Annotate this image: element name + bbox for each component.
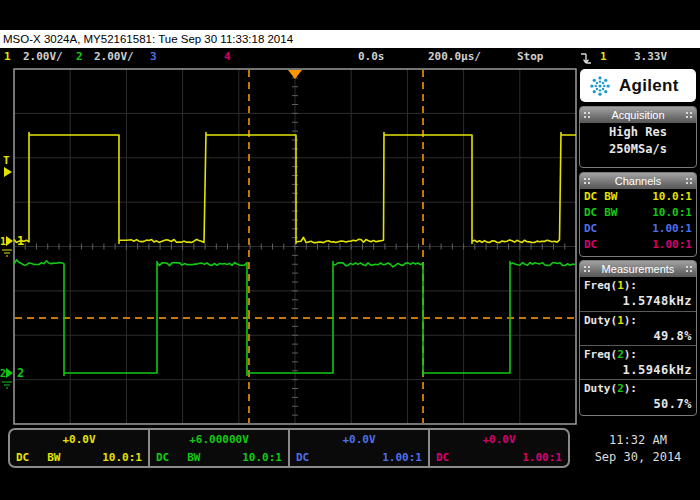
toolbar-ch2-number[interactable]: 2 [76, 50, 83, 63]
ch1-coupling: DC [16, 450, 29, 466]
measurement-row[interactable]: Duty(2): 50.7% [580, 379, 696, 413]
acquisition-panel: Acquisition High Res 250MSa/s [579, 106, 697, 168]
grip-icon [685, 177, 693, 186]
channel-row-3[interactable]: DC 1.00:1 [580, 221, 696, 237]
titlebar: MSO-X 3024A, MY52161581: Tue Sep 30 11:3… [0, 30, 700, 48]
grip-icon [583, 111, 591, 120]
grip-icon [685, 265, 693, 274]
grip-icon [583, 265, 591, 274]
ch3-coupling: DC [296, 450, 309, 466]
channel-1-ground-marker[interactable]: 1 [0, 236, 13, 256]
graticule [14, 69, 576, 424]
agilent-starburst-icon [585, 73, 615, 99]
measurements-title: Measurements [602, 263, 675, 275]
measurement-value: 1.5946kHz [584, 362, 692, 378]
ch2-probe-ratio: 10.0:1 [242, 450, 282, 466]
measurement-label: Freq(2): [584, 347, 692, 362]
ch4-coupling: DC [584, 237, 597, 253]
ch1-probe: 10.0:1 [652, 189, 692, 205]
ch2-offset: +6.00000V [150, 432, 288, 448]
measurements-panel-header[interactable]: Measurements [580, 261, 696, 277]
toolbar-trigger-source[interactable]: 1 [600, 50, 607, 63]
ch3-probe-ratio: 1.00:1 [382, 450, 422, 466]
channel-status-bar: +0.0V DC BW 10.0:1 +6.00000V DC BW 10.0:… [8, 428, 570, 468]
ch3-offset: +0.0V [290, 432, 428, 448]
measurement-value: 1.5748kHz [584, 293, 692, 309]
ch1-bw-limit: BW [47, 450, 60, 466]
channel-1-status-box[interactable]: +0.0V DC BW 10.0:1 [10, 430, 148, 466]
measurement-label: Duty(2): [584, 381, 692, 396]
oscilloscope-screen: MSO-X 3024A, MY52161581: Tue Sep 30 11:3… [0, 0, 700, 500]
ch3-probe: 1.00:1 [652, 221, 692, 237]
channels-panel-header[interactable]: Channels [580, 173, 696, 189]
channels-title: Channels [615, 175, 661, 187]
acquisition-mode: High Res [580, 125, 696, 140]
grip-icon [583, 177, 591, 186]
clock: 11:32 AM Sep 30, 2014 [576, 432, 700, 466]
measurement-label: Duty(1): [584, 313, 692, 328]
waveform-display[interactable]: 1122T [0, 67, 578, 427]
measurement-value: 50.7% [584, 396, 692, 412]
ch3-coupling: DC [584, 221, 597, 237]
ch4-offset: +0.0V [430, 432, 568, 448]
acquisition-panel-header[interactable]: Acquisition [580, 107, 696, 123]
ch4-probe: 1.00:1 [652, 237, 692, 253]
svg-text:T: T [3, 154, 10, 167]
trigger-edge-icon [579, 51, 593, 65]
measurement-row[interactable]: Freq(1): 1.5748kHz [580, 277, 696, 311]
svg-text:2: 2 [0, 368, 6, 379]
grip-icon [685, 111, 693, 120]
channel-1-label: 1 [17, 234, 24, 248]
channel-2-ground-marker[interactable]: 2 [0, 368, 13, 388]
acquisition-title: Acquisition [611, 109, 664, 121]
channel-2-label: 2 [17, 366, 24, 380]
channel-row-4[interactable]: DC 1.00:1 [580, 237, 696, 253]
toolbar-ch1-number[interactable]: 1 [4, 50, 11, 63]
measurement-label: Freq(1): [584, 278, 692, 293]
status-toolbar: 1 2.00V/ 2 2.00V/ 3 4 0.0s 200.0µs/ Stop… [0, 48, 700, 67]
toolbar-ch3-number[interactable]: 3 [150, 50, 157, 63]
ch1-coupling: DC [584, 189, 597, 205]
ch4-probe-ratio: 1.00:1 [522, 450, 562, 466]
toolbar-run-state[interactable]: Stop [517, 50, 544, 63]
svg-text:1: 1 [0, 236, 6, 247]
measurement-row[interactable]: Freq(2): 1.5946kHz [580, 345, 696, 379]
ch2-coupling: DC [156, 450, 169, 466]
toolbar-trigger-level[interactable]: 3.33V [634, 50, 667, 63]
channel-4-status-box[interactable]: +0.0V DC 1.00:1 [428, 430, 568, 466]
toolbar-ch2-scale[interactable]: 2.00V/ [94, 50, 134, 63]
ch2-probe: 10.0:1 [652, 205, 692, 221]
ch1-offset: +0.0V [10, 432, 148, 448]
ch2-coupling: DC [584, 205, 597, 221]
ch4-coupling: DC [436, 450, 449, 466]
clock-time: 11:32 AM [576, 432, 700, 449]
channel-3-status-box[interactable]: +0.0V DC 1.00:1 [288, 430, 428, 466]
clock-date: Sep 30, 2014 [576, 449, 700, 466]
channel-row-1[interactable]: DC BW 10.0:1 [580, 189, 696, 205]
brand-box: Agilent [580, 69, 696, 102]
measurements-panel: Measurements Freq(1): 1.5748kHz Duty(1):… [579, 260, 697, 416]
toolbar-timebase[interactable]: 200.0µs/ [428, 50, 481, 63]
channels-panel: Channels DC BW 10.0:1 DC BW 10.0:1 DC 1.… [579, 172, 697, 257]
trigger-level-marker[interactable]: T [3, 154, 12, 177]
ch1-probe-ratio: 10.0:1 [102, 450, 142, 466]
measurement-value: 49.8% [584, 328, 692, 344]
toolbar-ch4-number[interactable]: 4 [224, 50, 231, 63]
ch1-bw: BW [604, 189, 617, 205]
brand-name: Agilent [619, 76, 679, 96]
toolbar-delay[interactable]: 0.0s [358, 50, 385, 63]
toolbar-ch1-scale[interactable]: 2.00V/ [23, 50, 63, 63]
ch2-bw: BW [604, 205, 617, 221]
channel-2-status-box[interactable]: +6.00000V DC BW 10.0:1 [148, 430, 288, 466]
trigger-position-marker[interactable] [288, 70, 302, 79]
channel-row-2[interactable]: DC BW 10.0:1 [580, 205, 696, 221]
measurement-row[interactable]: Duty(1): 49.8% [580, 311, 696, 345]
acquisition-sample-rate: 250MSa/s [580, 142, 696, 157]
ch2-bw-limit: BW [187, 450, 200, 466]
